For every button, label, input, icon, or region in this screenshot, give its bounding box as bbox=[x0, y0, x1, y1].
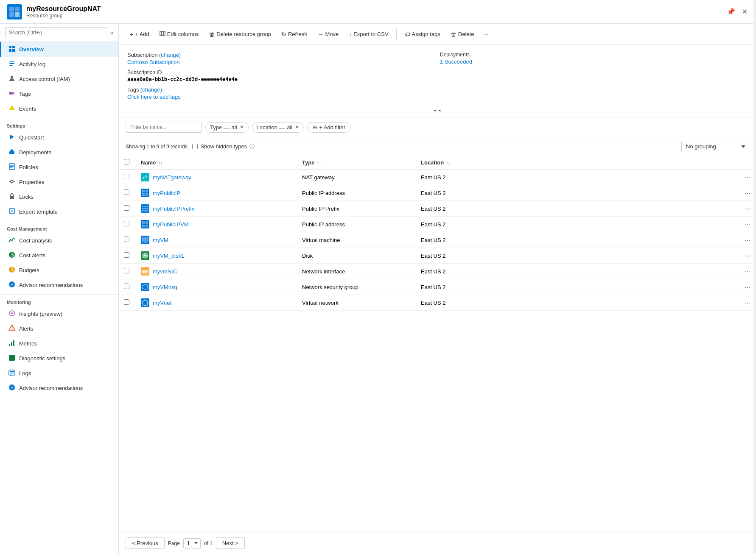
svg-rect-78 bbox=[164, 31, 165, 36]
row-type-cell: Virtual machine bbox=[297, 232, 416, 248]
resource-name-link[interactable]: myVM_disk1 bbox=[153, 253, 184, 259]
row-checkbox-4[interactable] bbox=[124, 237, 129, 242]
row-checkbox-0[interactable] bbox=[124, 174, 129, 179]
row-checkbox-6[interactable] bbox=[124, 268, 129, 273]
search-input[interactable] bbox=[5, 27, 107, 38]
toolbar-separator bbox=[396, 29, 397, 39]
deployments-value-link[interactable]: 1 Succeeded bbox=[440, 58, 748, 65]
delete-group-button[interactable]: 🗑 Delete resource group bbox=[204, 28, 275, 40]
edit-columns-button[interactable]: Edit columns bbox=[155, 28, 203, 40]
page-select[interactable]: 1 bbox=[183, 538, 201, 548]
row-more-actions[interactable]: ··· bbox=[745, 299, 751, 306]
row-location-cell: East US 2 bbox=[416, 264, 501, 279]
header-type-col[interactable]: Type ↑↓ bbox=[297, 156, 416, 170]
location-filter-remove[interactable]: ✕ bbox=[295, 124, 299, 130]
add-tags-link[interactable]: Click here to add tags bbox=[127, 94, 181, 100]
type-sort-icon[interactable]: ↑↓ bbox=[317, 161, 321, 165]
sidebar-item-policies[interactable]: Policies bbox=[0, 160, 118, 175]
resource-name-link[interactable]: myPublicIPPrefix bbox=[153, 206, 194, 212]
show-hidden-label: Show hidden types bbox=[200, 143, 247, 150]
row-name-cell: myvmNIC bbox=[136, 264, 297, 279]
sidebar-item-iam[interactable]: Access control (IAM) bbox=[0, 72, 118, 86]
logs-icon bbox=[8, 369, 16, 377]
row-more-actions[interactable]: ··· bbox=[745, 268, 751, 275]
name-sort-icon[interactable]: ↑↓ bbox=[158, 161, 162, 165]
row-more-actions[interactable]: ··· bbox=[745, 252, 751, 259]
resource-name-link[interactable]: myVM bbox=[153, 237, 168, 243]
filter-by-name-input[interactable] bbox=[126, 122, 202, 133]
quickstart-icon bbox=[8, 134, 16, 142]
show-hidden-info-icon[interactable]: ⓘ bbox=[249, 143, 255, 150]
row-more-actions[interactable]: ··· bbox=[745, 174, 751, 181]
next-button[interactable]: Next > bbox=[216, 537, 245, 549]
type-filter-remove[interactable]: ✕ bbox=[240, 124, 244, 130]
row-more-actions[interactable]: ··· bbox=[745, 237, 751, 243]
subscription-change-link[interactable]: (change) bbox=[159, 52, 181, 58]
close-button[interactable]: ✕ bbox=[740, 6, 749, 17]
sidebar-item-quickstart[interactable]: Quickstart bbox=[0, 130, 118, 145]
assign-tags-button[interactable]: 🏷 Assign tags bbox=[400, 28, 445, 40]
refresh-button[interactable]: ↻ Refresh bbox=[277, 28, 312, 40]
sidebar-item-budgets[interactable]: $ Budgets bbox=[0, 263, 118, 278]
sidebar-item-metrics[interactable]: Metrics bbox=[0, 336, 118, 351]
sidebar-item-locks[interactable]: Locks bbox=[0, 189, 118, 204]
collapse-row[interactable]: ⌃⌃ bbox=[119, 107, 756, 117]
subscription-name-link[interactable]: Contoso Subscription bbox=[127, 59, 180, 65]
sidebar-item-cost-alerts[interactable]: $ Cost alerts bbox=[0, 248, 118, 263]
resource-name-link[interactable]: myPublicIP bbox=[153, 190, 180, 196]
more-button[interactable]: ··· bbox=[480, 28, 493, 40]
resource-name-link[interactable]: myPublicIPVM bbox=[153, 221, 189, 228]
assign-tags-label: Assign tags bbox=[412, 31, 440, 37]
header-name-col[interactable]: Name ↑↓ bbox=[136, 156, 297, 170]
sidebar-item-export-template[interactable]: Export template bbox=[0, 204, 118, 219]
show-hidden-checkbox[interactable] bbox=[192, 144, 198, 149]
row-more-actions[interactable]: ··· bbox=[745, 221, 751, 228]
move-button[interactable]: → Move bbox=[313, 28, 343, 40]
row-checkbox-8[interactable] bbox=[124, 299, 129, 305]
sidebar-item-diagnostic-settings[interactable]: Diagnostic settings bbox=[0, 351, 118, 366]
resource-name-link[interactable]: myVnet bbox=[153, 300, 171, 306]
sidebar-item-tags[interactable]: Tags bbox=[0, 86, 118, 101]
events-label: Events bbox=[19, 106, 36, 112]
add-filter-button[interactable]: ⊕ + Add filter bbox=[307, 122, 351, 133]
delete-button[interactable]: 🗑 Delete bbox=[446, 28, 479, 40]
table-row: myPublicIPPrefix Public IP Prefix East U… bbox=[119, 201, 756, 217]
subscription-label: Subscription (change) bbox=[127, 52, 435, 58]
sidebar-item-insights[interactable]: Insights (preview) bbox=[0, 306, 118, 321]
row-checkbox-7[interactable] bbox=[124, 284, 129, 289]
sidebar-item-overview[interactable]: Overview bbox=[0, 42, 118, 57]
previous-button[interactable]: < Previous bbox=[126, 537, 165, 549]
sidebar-item-advisor2[interactable]: Advisor recommendations bbox=[0, 381, 118, 395]
header-location-col[interactable]: Location ↑↓ bbox=[416, 156, 501, 170]
resource-name-link[interactable]: myvmNIC bbox=[153, 268, 177, 275]
resource-name-link[interactable]: myNATgateway bbox=[153, 174, 191, 181]
type-filter-tag: Type == all ✕ bbox=[205, 122, 249, 133]
row-checkbox-2[interactable] bbox=[124, 205, 129, 211]
sidebar-item-advisor[interactable]: Advisor recommendations bbox=[0, 278, 118, 292]
export-csv-button[interactable]: ↓ Export to CSV bbox=[344, 28, 392, 40]
sidebar-item-alerts[interactable]: ! Alerts bbox=[0, 321, 118, 336]
row-checkbox-1[interactable] bbox=[124, 189, 129, 195]
sidebar-collapse-button[interactable]: » bbox=[110, 29, 113, 36]
add-button[interactable]: + + Add bbox=[126, 28, 154, 40]
row-checkbox-3[interactable] bbox=[124, 221, 129, 226]
location-sort-icon[interactable]: ↑↓ bbox=[446, 161, 451, 165]
sidebar-item-logs[interactable]: Logs bbox=[0, 366, 118, 381]
sidebar-item-cost-analysis[interactable]: Cost analysis bbox=[0, 233, 118, 248]
sidebar-item-activity-log[interactable]: Activity log bbox=[0, 57, 118, 72]
delete-label: Delete bbox=[458, 31, 474, 37]
row-checkbox-5[interactable] bbox=[124, 252, 129, 258]
row-name-cell: myVM_disk1 bbox=[136, 248, 297, 264]
pin-button[interactable]: 📌 bbox=[725, 6, 737, 17]
sidebar-item-properties[interactable]: Properties bbox=[0, 175, 118, 189]
resource-name-link[interactable]: myVMnsg bbox=[153, 284, 177, 290]
row-more-actions[interactable]: ··· bbox=[745, 189, 751, 196]
select-all-checkbox[interactable] bbox=[124, 159, 129, 164]
sidebar-item-deployments[interactable]: Deployments bbox=[0, 145, 118, 160]
row-more-actions[interactable]: ··· bbox=[745, 284, 751, 290]
table-body: myNATgateway NAT gateway East US 2 ··· m… bbox=[119, 170, 756, 311]
tags-change-link[interactable]: (change) bbox=[140, 86, 162, 93]
row-more-actions[interactable]: ··· bbox=[745, 205, 751, 212]
sidebar-item-events[interactable]: Events bbox=[0, 101, 118, 116]
grouping-select[interactable]: No grouping Resource type Location Tag bbox=[681, 141, 749, 152]
